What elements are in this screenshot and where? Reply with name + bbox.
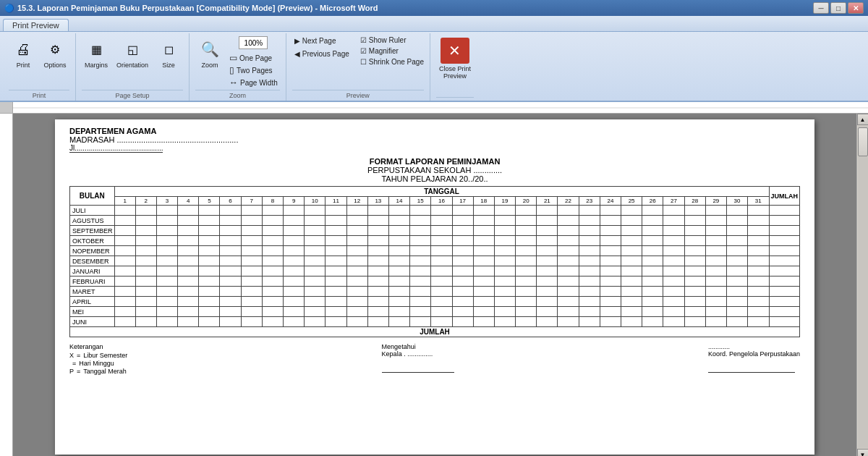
- day-cell: [684, 246, 705, 256]
- day-cell: [262, 216, 283, 226]
- day-cell: [431, 226, 452, 236]
- day-cell: [600, 216, 621, 226]
- zoom-input[interactable]: [239, 36, 268, 49]
- print-preview-tab[interactable]: Print Preview: [3, 19, 69, 31]
- day-cell: [262, 226, 283, 236]
- day-cell: [410, 216, 431, 226]
- day-cell: [663, 307, 684, 317]
- print-label: Print: [17, 62, 30, 69]
- day-cell: [579, 256, 600, 266]
- one-page-icon: ▭: [229, 53, 237, 63]
- one-page-button[interactable]: ▭ One Page: [227, 52, 280, 64]
- day-header-cell: 28: [684, 197, 705, 206]
- two-pages-icon: ▯: [229, 65, 234, 75]
- options-icon: ⚙: [43, 38, 67, 61]
- day-cell: [684, 266, 705, 276]
- day-cell: [178, 276, 199, 287]
- day-cell: [684, 226, 705, 236]
- options-button[interactable]: ⚙ Options: [41, 36, 69, 70]
- day-cell: [642, 276, 663, 287]
- print-button[interactable]: 🖨 Print: [9, 36, 38, 70]
- scrollbar-thumb[interactable]: [858, 127, 868, 156]
- day-cell: [516, 307, 537, 317]
- next-page-button[interactable]: ▶ Next Page: [292, 36, 352, 46]
- doc-header: DEPARTEMEN AGAMA MADRASAH ..............…: [69, 127, 800, 153]
- day-cell: [178, 246, 199, 256]
- magnifier-checkbox[interactable]: ☑: [360, 47, 367, 55]
- dots-text: ............: [708, 343, 800, 350]
- two-pages-label: Two Pages: [237, 67, 272, 75]
- ruler-svg: // This will be rendered via JS below: [13, 102, 868, 114]
- ribbon-group-page-setup: ▦ Margins ◱ Orientation ◻ Size Page Setu…: [76, 33, 190, 101]
- day-cell: [663, 297, 684, 307]
- day-cell: [705, 287, 726, 297]
- orientation-button[interactable]: ◱ Orientation: [114, 36, 151, 70]
- day-cell: [579, 236, 600, 246]
- day-cell: [241, 216, 262, 226]
- day-cell: [431, 256, 452, 266]
- show-ruler-checkbox[interactable]: ☑: [360, 36, 367, 44]
- day-cell: [431, 216, 452, 226]
- minimize-button[interactable]: ─: [813, 2, 829, 14]
- prev-page-button[interactable]: ◀ Previous Page: [292, 49, 352, 59]
- day-cell: [199, 236, 220, 246]
- ribbon-group-preview-content: ▶ Next Page ◀ Previous Page ☑ Show Ruler…: [292, 36, 424, 88]
- day-cell: [305, 287, 326, 297]
- day-cell: [558, 297, 579, 307]
- ribbon-group-zoom-content: 🔍 Zoom ▭ One Page ▯ Two Pages ↔: [195, 36, 280, 88]
- day-header-cell: 21: [537, 197, 558, 206]
- day-cell: [473, 287, 494, 297]
- day-cell: [726, 287, 747, 297]
- shrink-one-page-checkbox[interactable]: ☐: [360, 58, 367, 66]
- day-header-cell: 23: [579, 197, 600, 206]
- size-label: Size: [162, 62, 175, 69]
- day-cell: [410, 307, 431, 317]
- day-cell: [114, 276, 135, 287]
- day-cell: [537, 216, 558, 226]
- page-width-button[interactable]: ↔ Page Width: [227, 77, 280, 88]
- margins-button[interactable]: ▦ Margins: [82, 36, 111, 70]
- day-cell: [114, 226, 135, 236]
- day-cell: [388, 266, 409, 276]
- close-preview-icon: ✕: [441, 38, 469, 64]
- day-cell: [473, 206, 494, 216]
- day-cell: [431, 287, 452, 297]
- day-cell: [494, 236, 515, 246]
- maximize-button[interactable]: □: [830, 2, 846, 14]
- day-cell: [410, 276, 431, 287]
- scrollbar-down-button[interactable]: ▼: [857, 449, 869, 456]
- day-cell: [326, 307, 346, 317]
- day-cell: [516, 266, 537, 276]
- close-button[interactable]: ✕: [848, 2, 864, 14]
- day-cell: [388, 236, 409, 246]
- day-cell: [705, 226, 726, 236]
- day-cell: [684, 287, 705, 297]
- two-pages-button[interactable]: ▯ Two Pages: [227, 64, 280, 76]
- day-cell: [220, 266, 241, 276]
- day-cell: [494, 216, 515, 226]
- day-header-cell: 4: [178, 197, 199, 206]
- day-cell: [684, 317, 705, 327]
- day-cell: [558, 256, 579, 266]
- day-cell: [135, 317, 156, 327]
- day-cell: [220, 206, 241, 216]
- day-cell: [684, 236, 705, 246]
- day-cell: [367, 216, 388, 226]
- day-cell: [537, 317, 558, 327]
- day-cell: [241, 307, 262, 317]
- day-cell: [410, 236, 431, 246]
- day-cell: [346, 216, 367, 226]
- day-cell: [494, 246, 515, 256]
- day-cell: [642, 226, 663, 236]
- day-cell: [600, 276, 621, 287]
- close-preview-button[interactable]: ✕ Close PrintPreview: [436, 36, 474, 81]
- day-cell: [284, 206, 305, 216]
- day-cell: [452, 216, 473, 226]
- scrollbar-up-button[interactable]: ▲: [857, 114, 869, 125]
- day-cell: [135, 236, 156, 246]
- size-button[interactable]: ◻ Size: [154, 36, 183, 70]
- day-cell: [726, 206, 747, 216]
- zoom-button[interactable]: 🔍 Zoom: [195, 36, 224, 70]
- madrasah-text: MADRASAH ...............................…: [69, 135, 800, 144]
- day-cell: [220, 297, 241, 307]
